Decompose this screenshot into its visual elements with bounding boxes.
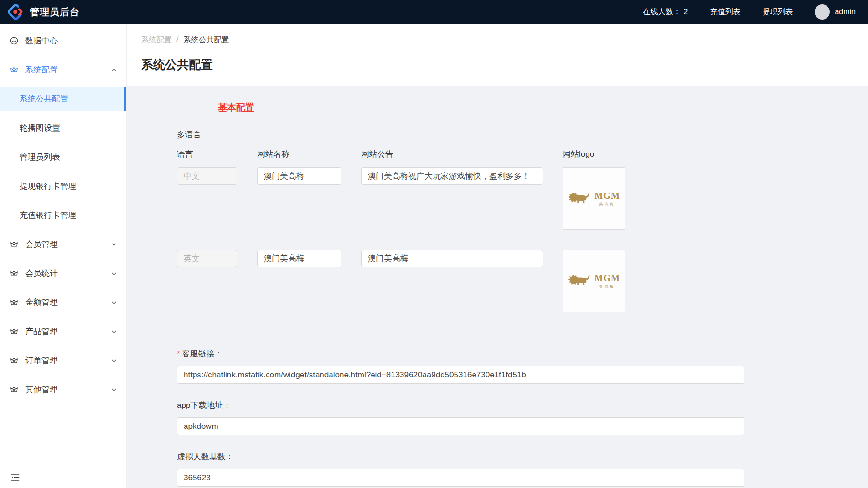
- field-label-service-link: * 客服链接：: [177, 348, 854, 359]
- sidebar-subitem-label: 提现银行卡管理: [20, 181, 76, 192]
- sidebar-subitem-label: 充值银行卡管理: [20, 210, 76, 221]
- sidebar-subitem-public-config[interactable]: 系统公共配置: [0, 87, 126, 111]
- site-notice-input[interactable]: [361, 250, 543, 267]
- sidebar-item-label: 会员管理: [25, 239, 58, 250]
- field-label-virtual-user-base: 虚拟人数基数：: [177, 451, 854, 462]
- language-input: [177, 167, 237, 185]
- sidebar: 数据中心 系统配置 系统公共配置: [0, 24, 127, 488]
- service-link-input[interactable]: [177, 366, 744, 384]
- crown-icon: [10, 65, 19, 74]
- multilang-label: 多语言: [177, 129, 854, 140]
- app-title: 管理员后台: [30, 6, 80, 19]
- site-name-input[interactable]: [257, 167, 341, 185]
- sidebar-menu: 数据中心 系统配置 系统公共配置: [0, 24, 126, 468]
- avatar: [815, 4, 830, 20]
- nav-recharge-list[interactable]: 充值列表: [710, 7, 740, 17]
- crown-icon: [10, 385, 19, 394]
- crown-icon: [10, 269, 19, 278]
- field-label-app-download: app下载地址：: [177, 400, 854, 411]
- sidebar-subitem-withdraw-bankcard[interactable]: 提现银行卡管理: [0, 174, 126, 198]
- chevron-down-icon: [111, 386, 117, 393]
- menu-fold-icon: [10, 473, 20, 484]
- column-label-site-notice: 网站公告: [361, 149, 543, 160]
- smile-icon: [10, 36, 19, 45]
- breadcrumb-separator: /: [176, 35, 178, 45]
- sidebar-collapse-button[interactable]: [0, 468, 126, 488]
- crown-icon: [10, 327, 19, 336]
- crown-icon: [10, 298, 19, 307]
- sidebar-item-label: 其他管理: [25, 384, 58, 395]
- config-form: 基本配置 多语言 语言 网站名称 网站公告 网站logo: [177, 102, 854, 488]
- column-label-language: 语言: [177, 149, 237, 160]
- site-name-input[interactable]: [257, 250, 341, 267]
- lang-row-chinese: MGM 美高梅: [177, 167, 854, 230]
- column-label-site-logo: 网站logo: [563, 149, 625, 160]
- site-notice-input[interactable]: [361, 167, 543, 185]
- nav-withdraw-list[interactable]: 提现列表: [762, 7, 793, 17]
- admin-app: 管理员后台 在线人数： 2 充值列表 提现列表 admin: [0, 0, 868, 488]
- sidebar-item-label: 会员统计: [25, 268, 58, 279]
- sidebar-item-data-center[interactable]: 数据中心: [0, 29, 126, 53]
- shell: 数据中心 系统配置 系统公共配置: [0, 24, 868, 488]
- chevron-down-icon: [111, 328, 117, 335]
- chevron-down-icon: [111, 270, 117, 277]
- columns-header: 语言 网站名称 网站公告 网站logo: [177, 149, 854, 160]
- main-area: 系统配置 / 系统公共配置 系统公共配置 基本配置 多语言 语言 网站名称 网站…: [127, 24, 868, 488]
- language-input: [177, 250, 237, 267]
- site-logo-upload[interactable]: MGM 美高梅: [563, 250, 625, 312]
- chevron-down-icon: [111, 241, 117, 248]
- online-label: 在线人数：: [643, 7, 681, 17]
- mgm-logo-text: MGM 美高梅: [594, 273, 620, 289]
- section-title: 基本配置: [218, 102, 254, 114]
- crown-icon: [10, 356, 19, 365]
- sidebar-subitem-label: 系统公共配置: [20, 93, 68, 104]
- sidebar-subitem-label: 管理员列表: [20, 152, 60, 163]
- sidebar-subitem-recharge-bankcard[interactable]: 充值银行卡管理: [0, 203, 126, 227]
- column-label-site-name: 网站名称: [257, 149, 341, 160]
- sidebar-item-member-stats[interactable]: 会员统计: [0, 261, 126, 285]
- mgm-lion-icon: [568, 191, 592, 206]
- page-title: 系统公共配置: [141, 57, 854, 72]
- chevron-down-icon: [111, 299, 117, 306]
- section-divider-basic-config: 基本配置: [177, 102, 854, 114]
- lang-row-english: MGM 美高梅: [177, 250, 854, 312]
- crown-icon: [10, 240, 19, 249]
- app-download-input[interactable]: [177, 417, 744, 435]
- chevron-down-icon: [111, 357, 117, 364]
- content: 基本配置 多语言 语言 网站名称 网站公告 网站logo: [127, 86, 868, 488]
- page-header: 系统配置 / 系统公共配置 系统公共配置: [127, 24, 868, 86]
- sidebar-item-order-management[interactable]: 订单管理: [0, 348, 126, 373]
- online-number: 2: [684, 8, 688, 16]
- sidebar-item-label: 金额管理: [25, 297, 58, 308]
- sidebar-item-product-management[interactable]: 产品管理: [0, 319, 126, 344]
- sidebar-item-label: 订单管理: [25, 355, 58, 366]
- breadcrumb-current: 系统公共配置: [183, 35, 229, 45]
- sidebar-subitem-carousel-settings[interactable]: 轮播图设置: [0, 116, 126, 140]
- sidebar-item-other-management[interactable]: 其他管理: [0, 377, 126, 402]
- sidebar-item-label: 产品管理: [25, 326, 58, 337]
- chevron-up-icon: [111, 67, 117, 73]
- mgm-lion-icon: [568, 274, 592, 288]
- breadcrumb: 系统配置 / 系统公共配置: [141, 35, 854, 45]
- user-menu[interactable]: admin: [815, 4, 856, 20]
- required-asterisk: *: [177, 349, 180, 359]
- username: admin: [835, 8, 856, 16]
- site-logo-upload[interactable]: MGM 美高梅: [563, 167, 625, 230]
- virtual-user-base-input[interactable]: [177, 469, 744, 487]
- sidebar-item-label: 系统配置: [25, 64, 58, 75]
- online-count: 在线人数： 2: [643, 7, 688, 17]
- breadcrumb-parent[interactable]: 系统配置: [141, 35, 172, 45]
- topbar-right: 在线人数： 2 充值列表 提现列表 admin: [643, 4, 856, 20]
- sidebar-item-label: 数据中心: [25, 35, 58, 46]
- app-logo-icon: [7, 3, 25, 21]
- mgm-logo-text: MGM 美高梅: [594, 191, 620, 207]
- topbar: 管理员后台 在线人数： 2 充值列表 提现列表 admin: [0, 0, 868, 24]
- sidebar-item-system-config[interactable]: 系统配置: [0, 58, 126, 82]
- sidebar-subitem-label: 轮播图设置: [20, 122, 60, 133]
- sidebar-item-amount-management[interactable]: 金额管理: [0, 290, 126, 315]
- sidebar-item-member-management[interactable]: 会员管理: [0, 232, 126, 256]
- sidebar-subitem-admin-list[interactable]: 管理员列表: [0, 145, 126, 169]
